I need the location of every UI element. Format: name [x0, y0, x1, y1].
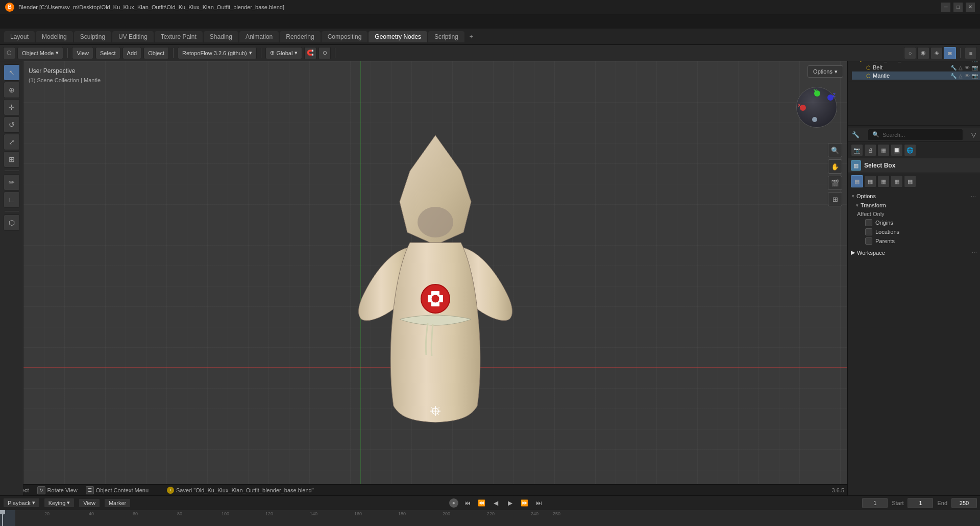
transform-tool-button[interactable]: ⊞: [4, 151, 20, 168]
camera-icon[interactable]: 🎬: [828, 176, 842, 190]
belt-visibility[interactable]: 👁: [965, 65, 970, 70]
tool-properties-header: 🔧 🔍 Search... ▽: [848, 128, 980, 142]
editor-type-icon[interactable]: ⬡: [3, 47, 15, 59]
world-properties-icon[interactable]: 🌐: [904, 144, 916, 156]
tab-rendering[interactable]: Rendering: [280, 31, 320, 42]
view-button[interactable]: View: [72, 47, 93, 59]
snap-icon[interactable]: 🧲: [304, 47, 316, 59]
playback-button[interactable]: Playback ▾: [3, 498, 40, 508]
options-section-header[interactable]: ▾ Options ⋯: [851, 192, 977, 201]
mantle-visibility[interactable]: 👁: [965, 73, 970, 79]
mantle-modifier-icon[interactable]: 🔧: [950, 73, 957, 79]
grab-icon[interactable]: ✋: [828, 159, 842, 174]
tab-layout[interactable]: Layout: [4, 31, 35, 42]
tool-search-input[interactable]: 🔍 Search...: [868, 129, 963, 141]
workspace-more[interactable]: ⋯: [972, 250, 977, 255]
tab-sculpting[interactable]: Sculpting: [74, 31, 111, 42]
object-mode-button[interactable]: Object Mode ▾: [17, 47, 63, 59]
play-back-button[interactable]: ◀: [491, 498, 501, 508]
origins-checkbox[interactable]: [865, 219, 872, 226]
viewport-collection-label: (1) Scene Collection | Mantle: [29, 76, 101, 85]
gizmo-view-axis[interactable]: [812, 117, 817, 122]
orthographic-icon[interactable]: ⊞: [828, 192, 842, 206]
retopoflow-button[interactable]: RetopoFlow 3.2.6 (github) ▾: [178, 47, 257, 59]
belt-render[interactable]: 📷: [972, 65, 978, 70]
frame-num-250: 250: [553, 511, 560, 516]
solid-shading[interactable]: ◉: [917, 47, 929, 59]
wireframe-shading[interactable]: ○: [904, 47, 916, 59]
render-properties-icon[interactable]: 📷: [851, 144, 863, 156]
rotate-tool-button[interactable]: ↺: [4, 116, 20, 133]
minimize-button[interactable]: ─: [941, 3, 950, 12]
global-orientation-button[interactable]: ⊕ Global ▾: [265, 47, 303, 59]
end-frame-input[interactable]: 250: [951, 498, 977, 508]
tab-uv-editing[interactable]: UV Editing: [112, 31, 154, 42]
object-button[interactable]: Object: [143, 47, 169, 59]
select-button[interactable]: Select: [95, 47, 120, 59]
mantle-item[interactable]: ⬡ Mantle 🔧 △ 👁 📷: [852, 71, 980, 80]
annotate-tool-button[interactable]: ✏: [4, 174, 20, 190]
add-button[interactable]: Add: [122, 47, 142, 59]
select-box-variant-5[interactable]: ▦: [904, 175, 916, 187]
gizmo-sphere[interactable]: X Y Z: [796, 87, 837, 128]
move-tool-button[interactable]: ✛: [4, 99, 20, 115]
select-box-variant-1[interactable]: ▦: [851, 175, 863, 187]
maximize-button[interactable]: □: [953, 3, 963, 12]
audio-button[interactable]: ●: [449, 498, 458, 508]
add-cube-button[interactable]: ⬡: [4, 214, 20, 231]
prev-keyframe-button[interactable]: ⏪: [477, 498, 487, 508]
rendered-shading[interactable]: ◙: [944, 47, 956, 59]
transform-header[interactable]: ▾ Transform: [855, 201, 977, 210]
current-frame-input[interactable]: 1: [862, 498, 888, 508]
workspace-section-header[interactable]: ▶ Workspace ⋯: [848, 248, 980, 257]
locations-label: Locations: [875, 229, 899, 235]
tab-animation[interactable]: Animation: [239, 31, 279, 42]
locations-checkbox[interactable]: [865, 228, 872, 235]
options-more[interactable]: ⋯: [971, 194, 976, 199]
info-icon: i: [167, 487, 174, 494]
keying-button[interactable]: Keying ▾: [44, 498, 75, 508]
timeline-controls: Playback ▾ Keying ▾ View Marker ● ⏮ ⏪ ◀ …: [0, 496, 980, 510]
parents-checkbox[interactable]: [865, 237, 872, 245]
material-shading[interactable]: ◈: [930, 47, 943, 59]
next-keyframe-button[interactable]: ⏩: [520, 498, 530, 508]
select-box-variant-2[interactable]: ▦: [864, 175, 876, 187]
mantle-data-icon[interactable]: △: [959, 73, 963, 79]
proportional-edit-icon[interactable]: ⊙: [318, 47, 331, 59]
view-layer-icon[interactable]: ▦: [877, 144, 890, 156]
viewport-options-icon[interactable]: ≡: [965, 47, 977, 59]
select-tool-button[interactable]: ↖: [4, 64, 20, 81]
add-workspace-button[interactable]: +: [465, 31, 477, 42]
belt-data-icon[interactable]: △: [959, 65, 963, 70]
belt-modifier-icon[interactable]: 🔧: [950, 65, 957, 70]
tab-scripting[interactable]: Scripting: [428, 31, 464, 42]
jump-end-button[interactable]: ⏭: [534, 498, 544, 508]
viewport-3d[interactable]: User Perspective (1) Scene Collection | …: [23, 61, 847, 495]
timeline-scrubber[interactable]: 1 20 40 60 80 100 120 140 160 180 200 22…: [0, 510, 980, 526]
scale-tool-button[interactable]: ⤢: [4, 134, 20, 150]
select-box-variant-4[interactable]: ▦: [891, 175, 903, 187]
zoom-to-selection-icon[interactable]: 🔍: [828, 143, 842, 157]
properties-filter-icon[interactable]: ▽: [971, 131, 976, 138]
output-properties-icon[interactable]: 🖨: [864, 144, 876, 156]
select-box-variant-3[interactable]: ▦: [877, 175, 890, 187]
marker-button[interactable]: Marker: [104, 498, 131, 508]
tab-shading[interactable]: Shading: [204, 31, 238, 42]
play-forward-button[interactable]: ▶: [505, 498, 516, 508]
jump-start-button[interactable]: ⏮: [462, 498, 473, 508]
navigation-gizmo[interactable]: X Y Z: [796, 87, 837, 128]
tab-texture-paint[interactable]: Texture Paint: [155, 31, 203, 42]
measure-tool-button[interactable]: ∟: [4, 192, 20, 208]
start-frame-input[interactable]: 1: [908, 498, 933, 508]
close-button[interactable]: ✕: [966, 3, 975, 12]
toolbar-separator-3: [261, 48, 261, 58]
belt-item[interactable]: ⬡ Belt 🔧 △ 👁 📷: [852, 63, 980, 71]
timeline-view-button[interactable]: View: [79, 498, 100, 508]
tab-compositing[interactable]: Compositing: [322, 31, 368, 42]
viewport-options-button[interactable]: Options ▾: [807, 65, 843, 78]
scene-properties-icon[interactable]: 🔲: [891, 144, 903, 156]
tab-geometry-nodes[interactable]: Geometry Nodes: [369, 31, 427, 42]
cursor-tool-button[interactable]: ⊕: [4, 82, 20, 98]
tab-modeling[interactable]: Modeling: [36, 31, 73, 42]
mantle-render[interactable]: 📷: [972, 73, 978, 79]
